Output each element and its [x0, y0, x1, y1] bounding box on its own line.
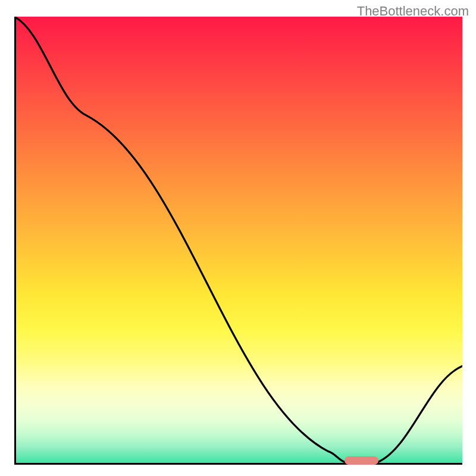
plot-area: [14, 17, 462, 465]
chart-container: TheBottleneck.com: [0, 0, 476, 476]
optimal-marker: [345, 456, 378, 465]
attribution-text: TheBottleneck.com: [357, 4, 469, 19]
curve-path: [14, 17, 462, 462]
bottleneck-curve: [14, 17, 462, 465]
